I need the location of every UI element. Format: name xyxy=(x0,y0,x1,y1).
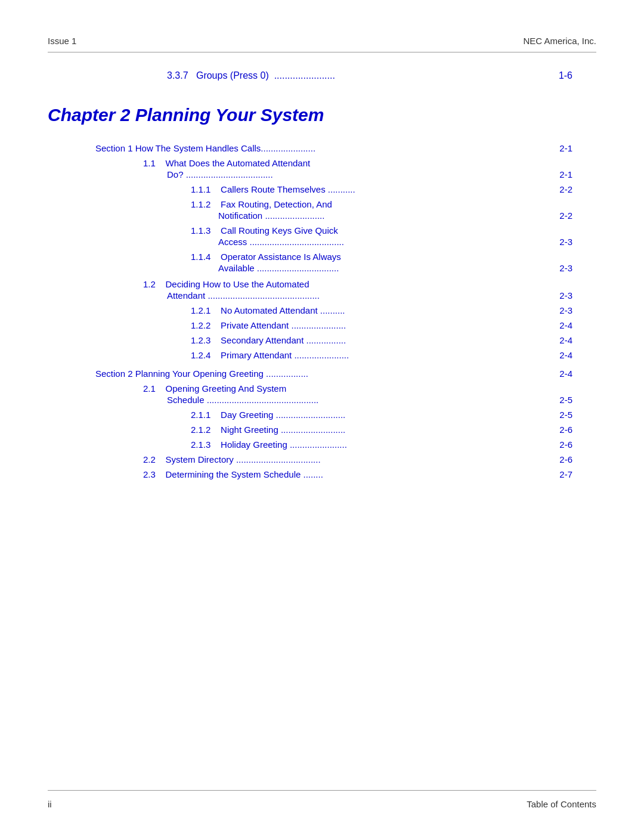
entry-2-1-page: 2-5 xyxy=(559,395,572,405)
entry-2-1-3-text: 2.1.3 Holiday Greeting .................… xyxy=(191,439,347,450)
entry-2-3: 2.3 Determining the System Schedule ....… xyxy=(48,469,596,479)
entry-1-1-2-page: 2-2 xyxy=(559,210,572,221)
entry-2-1-2: 2.1.2 Night Greeting ...................… xyxy=(48,425,596,435)
entry-2-3-text: 2.3 Determining the System Schedule ....… xyxy=(143,469,323,479)
entry-337-title: Groups (Press 0) xyxy=(196,70,269,80)
entry-1-2-2-text: 1.2.2 Private Attendant ................… xyxy=(191,320,346,330)
entry-1-1-4-title2: Available xyxy=(218,263,255,273)
entry-1-2-3: 1.2.3 Secondary Attendant ..............… xyxy=(48,335,596,345)
entry-1-1-1-dots: ........... xyxy=(328,184,355,194)
entry-1-2-3-title: Secondary Attendant xyxy=(221,335,304,345)
entry-1-2-1-dots: .......... xyxy=(320,305,345,315)
entry-1-2-title2: Attendant xyxy=(167,290,205,301)
entry-1-1-dots: ................................... xyxy=(186,169,273,179)
entry-1-2-3-page: 2-4 xyxy=(559,335,572,345)
entry-1-1-page: 2-1 xyxy=(559,169,572,179)
entry-1-1-3-dots: ...................................... xyxy=(250,237,344,247)
entry-2-1-text2: Schedule ...............................… xyxy=(143,395,318,405)
entry-1-2-4-page: 2-4 xyxy=(559,350,572,360)
entry-1-1-4-line1: 1.1.4 Operator Assistance Is Always xyxy=(191,252,572,262)
entry-1-2-line2: Attendant ..............................… xyxy=(143,290,572,301)
section2-label: Section 2 xyxy=(95,368,135,379)
entry-1-2-3-dots: ................ xyxy=(306,335,346,345)
entry-2-1-3: 2.1.3 Holiday Greeting .................… xyxy=(48,439,596,450)
entry-1-1-2-line2: Notification ........................ 2-… xyxy=(191,210,572,221)
entry-1-2-page: 2-3 xyxy=(559,290,572,301)
entry-1-1-2-text1: 1.1.2 Fax Routing, Detection, And xyxy=(191,199,332,209)
entry-2-1-1-text: 2.1.1 Day Greeting .....................… xyxy=(191,410,345,420)
entry-2-3-dots: ........ xyxy=(303,469,323,479)
entry-1-1-2-text2: Notification ........................ xyxy=(191,210,324,221)
header-company: NEC America, Inc. xyxy=(523,36,596,46)
entry-1-2-1-title: No Automated Attendant xyxy=(221,305,318,315)
entry-1-1-line2: Do? ................................... … xyxy=(143,169,572,179)
entry-1-1-number: 1.1 xyxy=(143,158,156,168)
section1-label: Section 1 How The System Handles Calls xyxy=(95,143,261,153)
entry-1-2-1-text: 1.2.1 No Automated Attendant .......... xyxy=(191,305,345,315)
entry-2-1-1-page: 2-5 xyxy=(559,410,572,420)
entry-1-2-number: 1.2 xyxy=(143,279,156,289)
entry-1-1-line1: 1.1 What Does the Automated Attendant xyxy=(143,158,572,168)
section2-dots: ................. xyxy=(266,368,308,379)
section2-text: Section 2 Planning Your Opening Greeting… xyxy=(95,368,308,379)
toc-entry-337: 3.3.7 Groups (Press 0) .................… xyxy=(48,70,596,81)
section2-entry: Section 2 Planning Your Opening Greeting… xyxy=(48,368,596,379)
entry-1-2-2-page: 2-4 xyxy=(559,320,572,330)
entry-2-2-text: 2.2 System Directory ...................… xyxy=(143,454,321,465)
entry-1-1-4-text2: Available ..............................… xyxy=(191,263,339,273)
entry-1-2-2-title: Private Attendant xyxy=(221,320,289,330)
entry-1-1-3-title1: Call Routing Keys Give Quick xyxy=(221,225,338,236)
entry-1-2-2-number: 1.2.2 xyxy=(191,320,210,330)
entry-1-2-dots: ........................................… xyxy=(208,290,320,301)
chapter-heading: Chapter 2 Planning Your System xyxy=(48,105,596,125)
entry-1-1-4-number: 1.1.4 xyxy=(191,252,210,262)
entry-1-1-3-line2: Access .................................… xyxy=(191,237,572,247)
entry-1-1-1-title: Callers Route Themselves xyxy=(221,184,326,194)
entry-337-page: 1-6 xyxy=(559,70,572,81)
entry-2-1-2-page: 2-6 xyxy=(559,425,572,435)
entry-1-1-2: 1.1.2 Fax Routing, Detection, And Notifi… xyxy=(48,199,596,221)
entry-1-1-1-number: 1.1.1 xyxy=(191,184,210,194)
footer-label: Table of Contents xyxy=(527,799,596,809)
entry-1-2-3-number: 1.2.3 xyxy=(191,335,210,345)
entry-1-1-2-title2: Notification xyxy=(218,210,262,221)
page-container: Issue 1 NEC America, Inc. 3.3.7 Groups (… xyxy=(0,0,644,833)
entry-1-2-line1: 1.2 Deciding How to Use the Automated xyxy=(143,279,572,289)
section1-page: 2-1 xyxy=(559,143,572,153)
entry-2-1-number: 2.1 xyxy=(143,383,156,394)
entry-2-2-page: 2-6 xyxy=(559,454,572,465)
entry-2-1-2-title: Night Greeting xyxy=(221,425,278,435)
entry-2-3-number: 2.3 xyxy=(143,469,156,479)
entry-1-1-2-title1: Fax Routing, Detection, And xyxy=(221,199,332,209)
entry-2-1-line2: Schedule ...............................… xyxy=(143,395,572,405)
section2-page: 2-4 xyxy=(559,368,572,379)
entry-1-1-1: 1.1.1 Callers Route Themselves .........… xyxy=(48,184,596,194)
footer-page-number: ii xyxy=(48,799,52,809)
header-issue: Issue 1 xyxy=(48,36,76,46)
entry-1-2-4-dots: ...................... xyxy=(294,350,349,360)
entry-2-1-3-page: 2-6 xyxy=(559,439,572,450)
entry-1-2-4-text: 1.2.4 Primary Attendant ................… xyxy=(191,350,349,360)
entry-1-2-text1: 1.2 Deciding How to Use the Automated xyxy=(143,279,309,289)
entry-1-2-4-title: Primary Attendant xyxy=(221,350,292,360)
entry-2-1-2-text: 2.1.2 Night Greeting ...................… xyxy=(191,425,345,435)
entry-2-1-line1: 2.1 Opening Greeting And System xyxy=(143,383,572,394)
entry-1-2-3-text: 1.2.3 Secondary Attendant ..............… xyxy=(191,335,346,345)
entry-1-1-3-text2: Access .................................… xyxy=(191,237,344,247)
entry-2-1-2-number: 2.1.2 xyxy=(191,425,210,435)
entry-2-2-dots: .................................. xyxy=(236,454,321,465)
entry-1-1-4-title1: Operator Assistance Is Always xyxy=(221,252,341,262)
entry-1-1-2-dots: ........................ xyxy=(265,210,324,221)
entry-1-1-4-page: 2-3 xyxy=(559,263,572,273)
entry-2-1-3-dots: ....................... xyxy=(290,439,347,450)
entry-2-1-1-title: Day Greeting xyxy=(221,410,273,420)
entry-2-1-1: 2.1.1 Day Greeting .....................… xyxy=(48,410,596,420)
entry-1-2-4-number: 1.2.4 xyxy=(191,350,210,360)
entry-1-1-title2: Do? xyxy=(167,169,184,179)
entry-2-1: 2.1 Opening Greeting And System Schedule… xyxy=(48,383,596,405)
entry-1-1-1-text: 1.1.1 Callers Route Themselves .........… xyxy=(191,184,355,194)
entry-2-2-title: System Directory xyxy=(166,454,234,465)
entry-2-3-page: 2-7 xyxy=(559,469,572,479)
entry-1-2-text2: Attendant ..............................… xyxy=(143,290,320,301)
entry-1-1-2-number: 1.1.2 xyxy=(191,199,210,209)
